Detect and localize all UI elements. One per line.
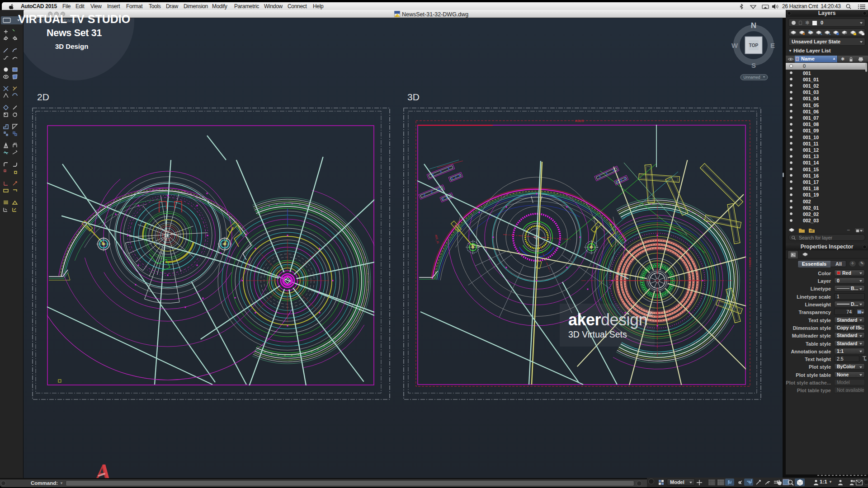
svg-text:Unnamed: Unnamed — [744, 75, 760, 80]
svg-text:A02_11: A02_11 — [434, 235, 439, 244]
svg-text:3D: 3D — [407, 92, 420, 102]
svg-text:E: E — [770, 42, 775, 49]
svg-text:TOP: TOP — [749, 43, 759, 48]
svg-text:ASUS: ASUS — [575, 119, 584, 122]
svg-text:W: W — [731, 42, 738, 49]
svg-text:ASUS-1: ASUS-1 — [749, 258, 751, 267]
svg-text:S: S — [751, 61, 756, 69]
svg-text:2D: 2D — [37, 92, 49, 102]
svg-text:N: N — [751, 21, 756, 30]
